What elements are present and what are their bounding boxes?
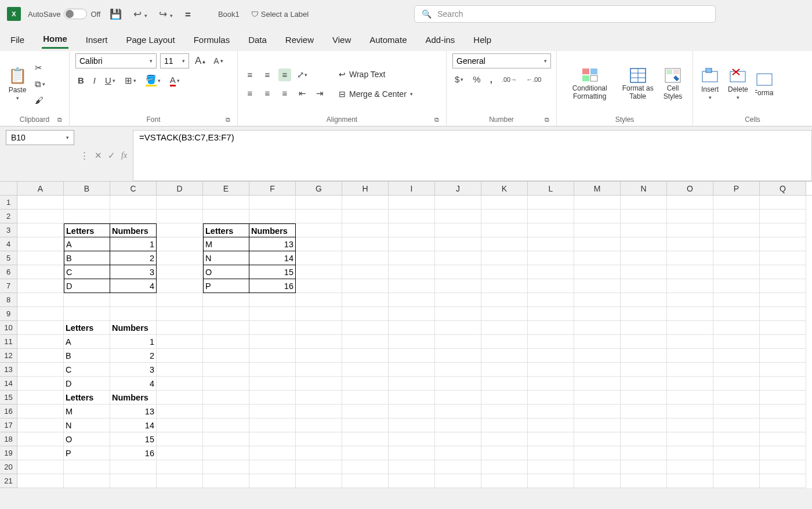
undo-icon[interactable]: ↩ ▾ [131,6,150,23]
cell-J15[interactable] [435,391,481,405]
cell-C16[interactable]: 13 [110,405,157,418]
cell-L9[interactable] [528,307,574,321]
cell-K17[interactable] [481,418,528,432]
cell-C12[interactable]: 2 [110,349,157,363]
cell-F5[interactable]: 14 [249,251,296,265]
col-header-I[interactable]: I [389,182,435,195]
align-top-button[interactable]: ≡ [244,68,256,81]
cell-C4[interactable]: 1 [110,237,157,251]
cell-Q14[interactable] [760,377,806,391]
cell-D12[interactable] [157,349,203,363]
cell-K11[interactable] [481,335,528,349]
col-header-H[interactable]: H [342,182,389,195]
cell-H7[interactable] [342,279,389,293]
border-button[interactable]: ⊞ ▾ [122,74,139,87]
cell-L6[interactable] [528,265,574,279]
cell-J2[interactable] [435,210,481,223]
col-header-K[interactable]: K [481,182,528,195]
cell-P15[interactable] [713,391,760,405]
cell-P14[interactable] [713,377,760,391]
cell-C20[interactable] [110,460,157,474]
cell-Q10[interactable] [760,321,806,335]
cell-O14[interactable] [667,377,713,391]
cell-M17[interactable] [574,418,621,432]
cell-K14[interactable] [481,377,528,391]
row-header-18[interactable]: 18 [0,432,17,446]
cell-A21[interactable] [17,474,64,488]
cell-Q7[interactable] [760,279,806,293]
cell-H14[interactable] [342,377,389,391]
cell-K5[interactable] [481,251,528,265]
cell-M6[interactable] [574,265,621,279]
cell-O9[interactable] [667,307,713,321]
cell-J16[interactable] [435,405,481,418]
cell-F16[interactable] [249,405,296,418]
cell-I19[interactable] [389,446,435,460]
cell-I6[interactable] [389,265,435,279]
cell-C13[interactable]: 3 [110,363,157,377]
qat-customize-icon[interactable]: 〓 [182,6,194,22]
toggle-icon[interactable] [64,9,87,19]
cell-L11[interactable] [528,335,574,349]
cell-A10[interactable] [17,321,64,335]
cell-J11[interactable] [435,335,481,349]
redo-icon[interactable]: ↪ ▾ [157,6,175,23]
cell-K21[interactable] [481,474,528,488]
cell-M16[interactable] [574,405,621,418]
cell-E19[interactable] [203,446,249,460]
row-header-14[interactable]: 14 [0,377,17,391]
cell-O10[interactable] [667,321,713,335]
cell-O18[interactable] [667,432,713,446]
cell-H4[interactable] [342,237,389,251]
cell-P2[interactable] [713,210,760,223]
cell-D4[interactable] [157,237,203,251]
cell-F12[interactable] [249,349,296,363]
row-header-11[interactable]: 11 [0,335,17,349]
cell-D21[interactable] [157,474,203,488]
cell-I21[interactable] [389,474,435,488]
cell-J20[interactable] [435,460,481,474]
decrease-indent-button[interactable]: ⇤ [296,87,309,100]
cell-M14[interactable] [574,377,621,391]
cell-L1[interactable] [528,196,574,210]
cell-B17[interactable]: N [64,418,110,432]
cell-E3[interactable]: Letters [203,223,249,237]
cell-K12[interactable] [481,349,528,363]
cell-Q6[interactable] [760,265,806,279]
cell-O21[interactable] [667,474,713,488]
cell-N15[interactable] [621,391,667,405]
row-header-21[interactable]: 21 [0,474,17,488]
cell-A11[interactable] [17,335,64,349]
cell-K4[interactable] [481,237,528,251]
cell-O5[interactable] [667,251,713,265]
cell-H21[interactable] [342,474,389,488]
cell-I10[interactable] [389,321,435,335]
cell-M19[interactable] [574,446,621,460]
row-header-19[interactable]: 19 [0,446,17,460]
cut-button[interactable]: ✂ [32,62,48,74]
cell-B12[interactable]: B [64,349,110,363]
cell-L7[interactable] [528,279,574,293]
cell-A17[interactable] [17,418,64,432]
cell-O12[interactable] [667,349,713,363]
cell-D16[interactable] [157,405,203,418]
cell-O16[interactable] [667,405,713,418]
cell-P11[interactable] [713,335,760,349]
cell-I18[interactable] [389,432,435,446]
decrease-decimal-button[interactable]: ←.00 [524,75,543,84]
cell-M7[interactable] [574,279,621,293]
cell-E17[interactable] [203,418,249,432]
cell-D14[interactable] [157,377,203,391]
cell-G8[interactable] [296,293,342,307]
cell-I9[interactable] [389,307,435,321]
row-header-4[interactable]: 4 [0,237,17,251]
cell-E11[interactable] [203,335,249,349]
cell-G19[interactable] [296,446,342,460]
cell-B20[interactable] [64,460,110,474]
cell-H20[interactable] [342,460,389,474]
cell-D9[interactable] [157,307,203,321]
cell-L4[interactable] [528,237,574,251]
cell-N14[interactable] [621,377,667,391]
tab-help[interactable]: Help [472,31,492,48]
save-icon[interactable]: 💾 [107,6,124,23]
